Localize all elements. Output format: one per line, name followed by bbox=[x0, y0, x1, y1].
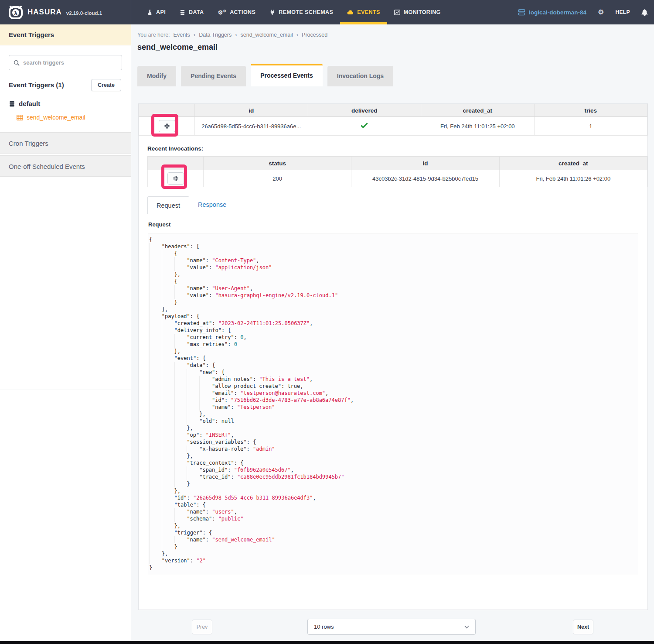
rows-per-page-select[interactable]: 10 rows bbox=[307, 619, 476, 635]
invocation-status-cell: 200 bbox=[204, 170, 351, 187]
top-navbar: λ HASURA v2.19.0-cloud.1 API DATA ⚙⚙ ACT… bbox=[0, 0, 654, 24]
bell-icon[interactable] bbox=[641, 9, 648, 16]
column-header-delivered[interactable]: delivered bbox=[308, 104, 421, 117]
sidebar: Event Triggers Event Triggers (1) Create… bbox=[0, 24, 131, 390]
nav-right: logical-doberman-84 ⚙ HELP bbox=[518, 0, 648, 24]
nav-item-data[interactable]: DATA bbox=[173, 0, 211, 24]
trigger-label: send_welcome_email bbox=[27, 114, 85, 121]
nav-item-monitoring[interactable]: MONITORING bbox=[387, 0, 448, 24]
column-header-id[interactable]: id bbox=[351, 157, 499, 170]
processed-events-panel: id delivered created_at tries 26a65d98- bbox=[138, 103, 648, 610]
create-button[interactable]: Create bbox=[91, 79, 121, 91]
chevron-down-icon bbox=[464, 625, 469, 629]
nav-item-remote-schemas[interactable]: REMOTE SCHEMAS bbox=[262, 0, 340, 24]
tab-response[interactable]: Response bbox=[189, 196, 235, 214]
table-header-row: status id created_at bbox=[148, 157, 647, 170]
sidebar-item-one-off-scheduled-events[interactable]: One-off Scheduled Events bbox=[0, 155, 131, 177]
search-box bbox=[9, 55, 122, 70]
main-content: You are here: Events › Data Triggers › s… bbox=[131, 24, 654, 641]
column-header-tries[interactable]: tries bbox=[534, 104, 647, 117]
nav-item-api[interactable]: API bbox=[140, 0, 173, 24]
column-header-created-at[interactable]: created_at bbox=[499, 157, 647, 170]
breadcrumb-prefix: You are here: bbox=[137, 32, 170, 38]
brand[interactable]: λ HASURA v2.19.0-cloud.1 bbox=[0, 0, 131, 24]
trigger-tabs: Modify Pending Events Processed Events I… bbox=[137, 64, 398, 86]
server-icon bbox=[518, 9, 525, 16]
recent-invocations-label: Recent Invocations: bbox=[147, 145, 647, 152]
source-label: default bbox=[19, 100, 40, 107]
nav-label: EVENTS bbox=[357, 9, 380, 15]
sidebar-sections: Cron Triggers One-off Scheduled Events bbox=[0, 132, 131, 177]
expander-column-header bbox=[148, 157, 204, 170]
brand-version: v2.19.0-cloud.1 bbox=[66, 10, 102, 16]
nav-label: REMOTE SCHEMAS bbox=[279, 9, 333, 15]
invocations-table: status id created_at 200 bbox=[147, 156, 647, 187]
invocation-id-cell: 43c03b2c-31d2-4815-9d34-b25b0c7fed15 bbox=[351, 170, 499, 187]
breadcrumb-data-triggers[interactable]: Data Triggers bbox=[199, 32, 232, 38]
processed-events-table: id delivered created_at tries 26a65d98- bbox=[139, 104, 647, 136]
sidebar-header-event-triggers[interactable]: Event Triggers bbox=[0, 24, 131, 45]
page-title: send_welcome_email bbox=[137, 43, 218, 52]
plug-icon bbox=[269, 10, 275, 15]
sidebar-item-default-source[interactable]: default bbox=[9, 100, 131, 107]
nav-item-events[interactable]: EVENTS bbox=[340, 0, 387, 24]
tab-modify[interactable]: Modify bbox=[137, 66, 176, 86]
project-switcher[interactable]: logical-doberman-84 bbox=[518, 9, 586, 16]
compress-icon bbox=[173, 175, 179, 182]
cloud-icon bbox=[347, 10, 354, 15]
request-section-label: Request bbox=[148, 221, 647, 228]
breadcrumb-events[interactable]: Events bbox=[174, 32, 190, 38]
invocations-table-wrap: status id created_at 200 bbox=[147, 156, 647, 187]
database-icon bbox=[9, 101, 15, 107]
sidebar-item-cron-triggers[interactable]: Cron Triggers bbox=[0, 133, 131, 154]
column-header-status[interactable]: status bbox=[204, 157, 351, 170]
brand-name: HASURA bbox=[27, 8, 62, 17]
chevron-right-icon: › bbox=[235, 31, 237, 38]
collapse-event-row-button[interactable] bbox=[159, 120, 175, 132]
breadcrumb-trigger-name[interactable]: send_welcome_email bbox=[241, 32, 293, 38]
check-icon bbox=[361, 123, 368, 128]
nav-label: ACTIONS bbox=[230, 9, 255, 15]
nav-label: API bbox=[156, 9, 166, 15]
triggers-count-row: Event Triggers (1) Create bbox=[9, 79, 122, 91]
tab-request[interactable]: Request bbox=[147, 196, 189, 214]
chevron-right-icon: › bbox=[296, 31, 298, 38]
tab-invocation-logs[interactable]: Invocation Logs bbox=[327, 66, 393, 86]
project-name: logical-doberman-84 bbox=[529, 9, 586, 16]
request-json-code[interactable]: {"headers": [{"name": "Content-Type","va… bbox=[148, 233, 638, 575]
cogs-icon: ⚙⚙ bbox=[218, 10, 227, 15]
table-icon bbox=[17, 115, 23, 120]
chart-icon bbox=[394, 10, 400, 15]
breadcrumb-processed[interactable]: Processed bbox=[302, 32, 327, 38]
nav-item-actions[interactable]: ⚙⚙ ACTIONS bbox=[211, 0, 263, 24]
compress-icon bbox=[164, 123, 170, 129]
event-created-at-cell: Fri, Feb 24th 11:01:25 +02:00 bbox=[421, 117, 535, 136]
rows-per-page-value: 10 rows bbox=[314, 623, 334, 630]
settings-gear-icon[interactable]: ⚙ bbox=[598, 9, 604, 16]
tab-processed-events[interactable]: Processed Events bbox=[251, 64, 323, 86]
prev-page-button[interactable]: Prev bbox=[192, 620, 212, 634]
tab-pending-events[interactable]: Pending Events bbox=[181, 66, 246, 86]
event-id-cell: 26a65d98-5d55-4cc6-b311-89936a6e... bbox=[195, 117, 308, 136]
invocation-detail-tabs: Request Response bbox=[147, 196, 647, 214]
search-input[interactable] bbox=[23, 59, 117, 66]
event-row: 26a65d98-5d55-4cc6-b311-89936a6e... Fri,… bbox=[139, 117, 647, 136]
column-header-created-at[interactable]: created_at bbox=[421, 104, 535, 117]
database-icon bbox=[180, 10, 185, 15]
expander-cell bbox=[148, 170, 204, 187]
nav-label: MONITORING bbox=[404, 9, 441, 15]
hasura-console: λ HASURA v2.19.0-cloud.1 API DATA ⚙⚙ ACT… bbox=[0, 0, 654, 644]
expander-column-header bbox=[139, 104, 195, 117]
table-header-row: id delivered created_at tries bbox=[139, 104, 647, 117]
flask-icon bbox=[147, 10, 153, 15]
chevron-right-icon: › bbox=[194, 31, 195, 38]
collapse-invocation-row-button[interactable] bbox=[167, 172, 184, 185]
column-header-id[interactable]: id bbox=[195, 104, 308, 117]
event-tries-cell: 1 bbox=[534, 117, 647, 136]
window-bottom-edge bbox=[0, 641, 654, 644]
invocation-row: 200 43c03b2c-31d2-4815-9d34-b25b0c7fed15… bbox=[148, 170, 647, 187]
sidebar-item-send-welcome-email[interactable]: send_welcome_email bbox=[17, 114, 131, 121]
next-page-button[interactable]: Next bbox=[573, 620, 593, 634]
event-delivered-cell bbox=[308, 117, 421, 136]
help-link[interactable]: HELP bbox=[615, 9, 630, 15]
